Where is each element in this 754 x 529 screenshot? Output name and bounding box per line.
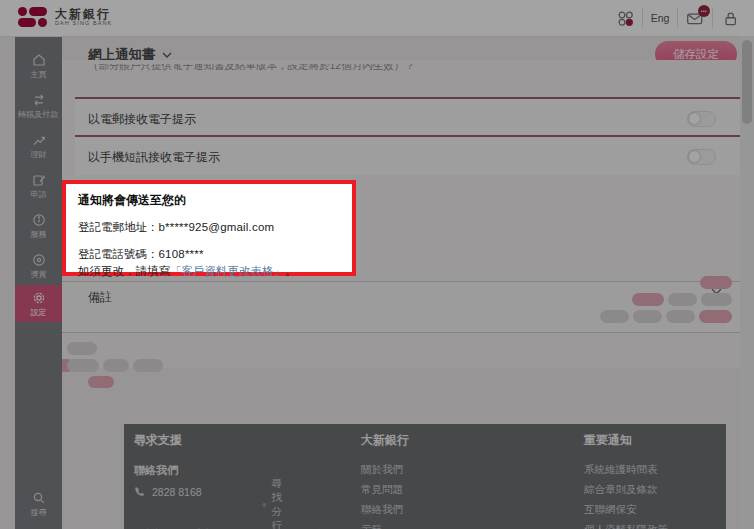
lock-icon xyxy=(722,10,739,27)
scrollbar-track[interactable] xyxy=(740,36,754,529)
apps-grid-icon xyxy=(617,10,634,27)
security-button[interactable] xyxy=(714,0,746,36)
decorative-pill xyxy=(666,310,695,323)
decorative-pill xyxy=(699,310,732,323)
home-icon xyxy=(31,52,47,68)
remarks-label: 備註 xyxy=(88,289,112,306)
decorative-pill xyxy=(88,376,114,388)
messages-button[interactable]: ••• xyxy=(679,0,711,36)
sidebar-item-label: 主頁 xyxy=(30,70,46,79)
decorative-pill xyxy=(701,293,732,306)
sidebar-item-label: 理財 xyxy=(30,150,46,159)
sms-alert-label: 以手機短訊接收電子提示 xyxy=(88,149,220,166)
footer-link-security[interactable]: 互聯網保安 xyxy=(584,503,668,517)
decorative-pill xyxy=(67,359,99,372)
decorative-pill xyxy=(67,342,97,355)
message-count-badge: ••• xyxy=(698,5,710,17)
page-footer: 尋求支援 聯絡我們 2828 8168 尋找分行 大新銀行 關於我們 常見問題 … xyxy=(124,424,726,529)
footer-contact-heading: 聯絡我們 xyxy=(134,463,202,478)
bank-logo-icon xyxy=(18,6,48,28)
footer-support-heading: 尋求支援 xyxy=(134,432,202,449)
sidebar-item-settings[interactable]: 設定 xyxy=(15,285,62,322)
language-toggle[interactable]: Eng xyxy=(644,0,676,36)
footer-link-demo[interactable]: 示範 xyxy=(361,523,409,529)
decorative-pill xyxy=(600,310,629,323)
decorative-pill xyxy=(700,276,732,289)
sms-alert-row: 以手機短訊接收電子提示 xyxy=(75,135,740,175)
decorative-pill xyxy=(103,359,129,372)
rewards-coin-icon xyxy=(31,252,47,268)
chevron-down-icon xyxy=(162,52,172,58)
email-alert-toggle[interactable] xyxy=(687,111,716,127)
footer-bank-heading: 大新銀行 xyxy=(361,432,409,449)
sidebar-item-services[interactable]: 服務 xyxy=(15,205,62,245)
bank-logo-title: 大新銀行 xyxy=(55,8,112,20)
chart-growth-icon xyxy=(31,132,47,148)
sidebar-item-search[interactable]: 搜尋 xyxy=(15,483,62,523)
language-label: Eng xyxy=(651,12,670,24)
clipped-scrolled-text: （部分賬戶只提供電子通知書及結單版本，設定將於12個月內生效）？ xyxy=(88,64,700,75)
sidebar-item-label: 搜尋 xyxy=(30,508,46,517)
registered-email-label: 登記電郵地址： xyxy=(78,221,159,233)
highlight-annotation-box: 通知將會傳送至您的 登記電郵地址：b*****925@gmail.com 登記電… xyxy=(62,180,356,276)
sidebar-item-home[interactable]: 主頁 xyxy=(15,45,62,85)
email-alert-row: 以電郵接收電子提示 xyxy=(75,97,740,137)
footer-phone[interactable]: 2828 8168 xyxy=(134,486,202,498)
sidebar-item-label: 設定 xyxy=(30,308,46,317)
footer-link-privacy[interactable]: 個人資料私隱政策 xyxy=(584,523,668,529)
decorative-pill xyxy=(633,310,662,323)
app-window: 大新銀行 DAH SING BANK Eng ••• xyxy=(0,0,754,529)
sidebar-item-label: 申請 xyxy=(30,190,46,199)
registered-phone-value: 6108**** xyxy=(159,248,204,260)
remarks-section[interactable]: 備註 xyxy=(62,281,740,333)
transfer-arrows-icon xyxy=(31,92,47,108)
customer-info-change-form-link[interactable]: 「客戶資料更改表格」 xyxy=(170,265,285,277)
footer-branch-link[interactable]: 尋找分行 xyxy=(262,477,289,529)
sidebar-item-label: 獎賞 xyxy=(30,270,46,279)
bank-logo-subtitle: DAH SING BANK xyxy=(55,20,112,27)
location-pin-icon xyxy=(262,499,266,512)
main-content: 網上通知書 儲存設定 （部分賬戶只提供電子通知書及結單版本，設定將於12個月內生… xyxy=(62,36,740,529)
scrollbar-thumb[interactable] xyxy=(742,40,752,124)
footer-link-about[interactable]: 關於我們 xyxy=(361,463,409,477)
footer-notices-heading: 重要通知 xyxy=(584,432,668,449)
sidebar-item-wealth[interactable]: 理財 xyxy=(15,125,62,165)
sidebar-item-apply[interactable]: 申請 xyxy=(15,165,62,205)
search-icon xyxy=(31,490,47,506)
footer-phone-number: 2828 8168 xyxy=(152,486,202,498)
notification-destination-title: 通知將會傳送至您的 xyxy=(78,192,340,209)
registered-email-value: b*****925@gmail.com xyxy=(159,221,275,233)
decorative-pill xyxy=(668,293,697,306)
footer-link-terms[interactable]: 綜合章則及條款 xyxy=(584,483,668,497)
header-divider xyxy=(677,8,678,28)
registered-phone-label: 登記電話號碼： xyxy=(78,248,159,260)
header-divider xyxy=(642,8,643,28)
apps-menu-button[interactable] xyxy=(609,0,641,36)
service-info-icon xyxy=(31,212,47,228)
header-divider xyxy=(712,8,713,28)
decorative-pill xyxy=(632,293,664,306)
phone-icon xyxy=(134,486,146,498)
footer-branch-label: 尋找分行 xyxy=(271,477,288,529)
email-alert-label: 以電郵接收電子提示 xyxy=(88,111,196,128)
sidebar-item-label: 轉賬及付款 xyxy=(18,110,58,119)
gear-icon xyxy=(31,290,47,306)
decorative-pill xyxy=(133,359,163,372)
bank-logo[interactable]: 大新銀行 DAH SING BANK xyxy=(18,6,112,28)
sidebar-item-label: 服務 xyxy=(30,230,46,239)
sidebar-item-transfers[interactable]: 轉賬及付款 xyxy=(15,85,62,125)
sidebar-nav: 主頁 轉賬及付款 理財 申請 服務 獎賞 設定 搜尋 xyxy=(15,36,62,529)
top-header: 大新銀行 DAH SING BANK Eng ••• xyxy=(0,0,754,37)
footer-link-contact[interactable]: 聯絡我們 xyxy=(361,503,409,517)
sms-alert-toggle[interactable] xyxy=(687,149,716,165)
footer-link-faq[interactable]: 常見問題 xyxy=(361,483,409,497)
footer-link-maintenance[interactable]: 系統維護時間表 xyxy=(584,463,668,477)
form-pencil-icon xyxy=(31,172,47,188)
change-note-suffix: 。 xyxy=(285,265,297,277)
sidebar-item-rewards[interactable]: 獎賞 xyxy=(15,245,62,285)
change-note-prefix: 如須更改，請填寫 xyxy=(78,265,170,277)
